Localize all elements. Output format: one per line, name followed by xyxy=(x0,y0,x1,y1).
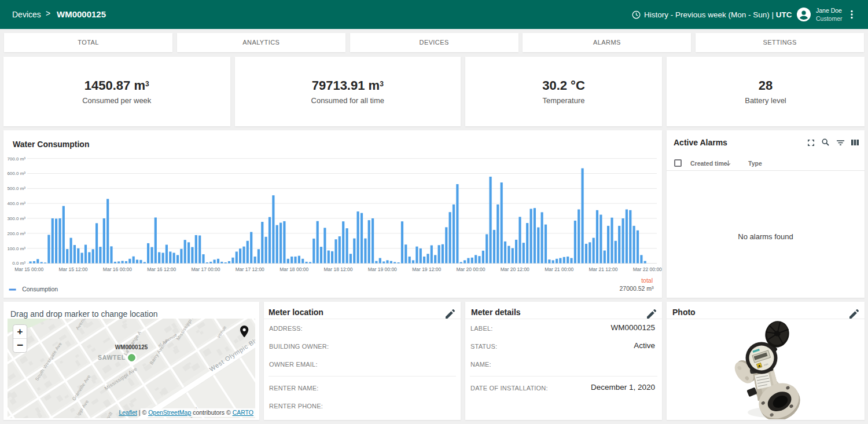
svg-text:SAWTEL: SAWTEL xyxy=(98,354,126,361)
svg-text:Mar 19 12:00: Mar 19 12:00 xyxy=(412,266,441,272)
svg-text:Mar 15 00:00: Mar 15 00:00 xyxy=(14,266,43,272)
svg-text:200.0 m³: 200.0 m³ xyxy=(7,231,25,236)
svg-text:Mar 19 00:00: Mar 19 00:00 xyxy=(368,266,397,272)
svg-text:Mar 18 12:00: Mar 18 12:00 xyxy=(323,266,352,272)
svg-text:Leaflet | © OpenStreetMap cont: Leaflet | © OpenStreetMap contributors ©… xyxy=(119,409,253,416)
svg-text:Mar 21 12:00: Mar 21 12:00 xyxy=(589,266,617,272)
svg-text:Mar 20 12:00: Mar 20 12:00 xyxy=(501,266,529,272)
svg-text:100.0 m³: 100.0 m³ xyxy=(7,246,25,251)
svg-text:600.0 m³: 600.0 m³ xyxy=(7,171,25,176)
svg-text:Mar 20 00:00: Mar 20 00:00 xyxy=(456,266,485,272)
svg-text:Mar 17 12:00: Mar 17 12:00 xyxy=(236,266,264,272)
svg-text:Mar 22 00:00: Mar 22 00:00 xyxy=(633,266,662,272)
svg-text:Mar 16 00:00: Mar 16 00:00 xyxy=(103,266,132,272)
svg-text:300.0 m³: 300.0 m³ xyxy=(7,215,25,221)
svg-text:Mar 18 00:00: Mar 18 00:00 xyxy=(279,266,308,272)
svg-text:−: − xyxy=(17,339,23,351)
svg-text:Mar 15 12:00: Mar 15 12:00 xyxy=(58,266,87,272)
svg-text:400.0 m³: 400.0 m³ xyxy=(7,201,25,206)
svg-text:700.0 m³: 700.0 m³ xyxy=(7,156,25,161)
svg-text:Mar 17 00:00: Mar 17 00:00 xyxy=(191,266,220,272)
svg-text:Consumption: Consumption xyxy=(22,285,58,292)
svg-text:27000.52 m³: 27000.52 m³ xyxy=(620,284,654,291)
svg-text:0.0 m³: 0.0 m³ xyxy=(12,261,25,266)
svg-text:Mar 21 00:00: Mar 21 00:00 xyxy=(545,266,573,272)
svg-text:WM0000125: WM0000125 xyxy=(115,344,148,350)
svg-text:500.0 m³: 500.0 m³ xyxy=(7,186,25,191)
svg-text:total: total xyxy=(641,276,653,283)
svg-text:Mar 16 12:00: Mar 16 12:00 xyxy=(147,266,176,272)
svg-text:+: + xyxy=(17,326,23,337)
